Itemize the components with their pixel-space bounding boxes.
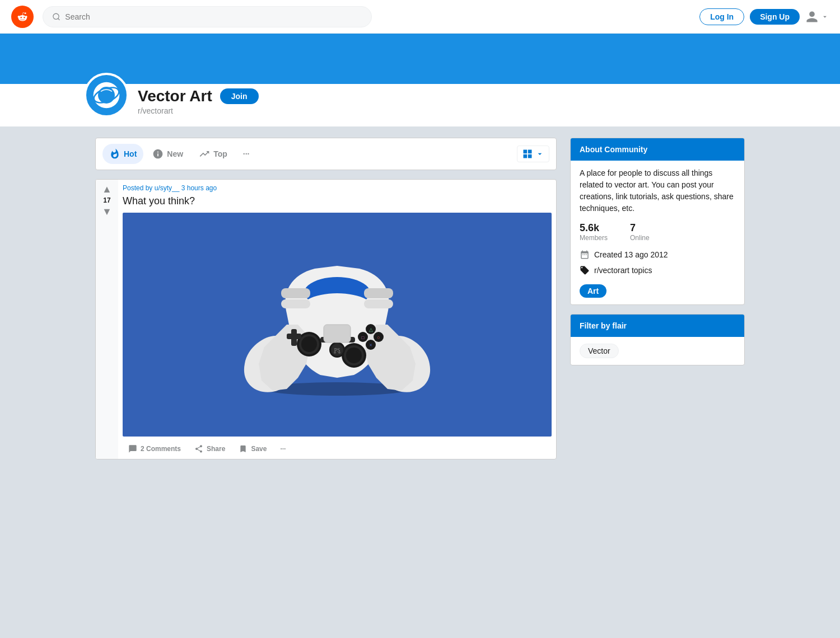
svg-rect-18 <box>287 334 301 339</box>
community-info: Vector Art Join r/vectorart <box>138 87 259 118</box>
filter-flair-body: Vector <box>571 337 744 365</box>
share-button[interactable]: Share <box>189 441 231 457</box>
downvote-button[interactable]: ▼ <box>102 207 112 217</box>
about-community-header: About Community <box>571 138 744 161</box>
community-slug: r/vectorart <box>138 106 259 115</box>
online-stat: 7 Online <box>630 222 650 242</box>
comment-icon <box>128 444 137 453</box>
svg-text:○: ○ <box>377 335 380 340</box>
sort-bar: Hot New Top ··· <box>95 138 557 170</box>
members-label: Members <box>580 234 608 242</box>
svg-rect-36 <box>281 288 310 298</box>
save-label: Save <box>251 445 267 453</box>
sort-top-button[interactable]: Top <box>192 144 234 164</box>
more-label: ··· <box>280 445 286 453</box>
main-content: Hot New Top ··· <box>84 126 756 471</box>
members-stat: 5.6k Members <box>580 222 608 242</box>
created-label: Created 13 ago 2012 <box>594 250 668 259</box>
posted-by-label: Posted by <box>123 184 152 192</box>
controller-svg: △ ○ × □ <box>231 246 444 403</box>
post-author[interactable]: u/syty__ <box>155 184 180 192</box>
online-label: Online <box>630 234 650 242</box>
sort-hot-button[interactable]: Hot <box>102 144 143 164</box>
view-toggle[interactable] <box>517 146 549 162</box>
post-meta: Posted by u/syty__ 3 hours ago <box>123 184 552 192</box>
sort-hot-label: Hot <box>124 149 137 158</box>
svg-text:×: × <box>369 342 372 348</box>
created-row: Created 13 ago 2012 <box>580 250 735 260</box>
sort-top-label: Top <box>213 149 227 158</box>
flame-icon <box>109 148 120 160</box>
post-title: What you think? <box>123 195 552 207</box>
members-count: 5.6k <box>580 222 608 234</box>
svg-rect-37 <box>364 299 393 308</box>
user-icon <box>805 10 819 24</box>
search-icon <box>52 12 60 21</box>
community-banner <box>0 34 840 84</box>
chevron-down-icon <box>821 13 829 21</box>
post-image: △ ○ × □ <box>123 213 552 437</box>
share-label: Share <box>207 445 225 453</box>
svg-rect-6 <box>524 150 528 154</box>
svg-line-2 <box>58 18 60 20</box>
online-count: 7 <box>630 222 650 234</box>
svg-rect-8 <box>524 154 528 158</box>
search-input[interactable] <box>65 12 362 21</box>
sort-more-button[interactable]: ··· <box>236 145 256 163</box>
save-icon <box>239 444 248 453</box>
sort-more-label: ··· <box>243 149 250 158</box>
more-button[interactable]: ··· <box>274 442 291 456</box>
sort-new-label: New <box>167 149 183 158</box>
stats-row: 5.6k Members 7 Online <box>580 222 735 242</box>
save-button[interactable]: Save <box>233 441 272 457</box>
community-logo <box>92 81 120 109</box>
vector-flair-tag[interactable]: Vector <box>580 344 619 358</box>
community-name: Vector Art Join <box>138 87 259 105</box>
header: Log In Sign Up <box>0 0 840 34</box>
signup-button[interactable]: Sign Up <box>750 9 800 25</box>
feed-section: Hot New Top ··· <box>95 138 557 459</box>
about-community-body: A place for people to discuss all things… <box>571 161 744 304</box>
filter-flair-header: Filter by flair <box>571 315 744 337</box>
header-actions: Log In Sign Up <box>699 8 829 25</box>
tag-icon <box>580 265 590 275</box>
post-card: ▲ 17 ▼ Posted by u/syty__ 3 hours ago Wh… <box>95 179 557 459</box>
vote-column: ▲ 17 ▼ <box>96 180 118 459</box>
reddit-logo[interactable] <box>11 6 34 28</box>
new-icon <box>152 148 164 160</box>
upvote-button[interactable]: ▲ <box>102 184 112 194</box>
sidebar: About Community A place for people to di… <box>570 138 745 459</box>
view-icon <box>522 148 533 160</box>
svg-point-33 <box>334 351 336 354</box>
post-body: Posted by u/syty__ 3 hours ago What you … <box>118 180 556 459</box>
search-bar[interactable] <box>43 6 372 27</box>
topics-row: r/vectorart topics <box>580 265 735 275</box>
comments-label: 2 Comments <box>141 445 181 453</box>
post-actions: 2 Comments Share Save ··· <box>123 437 552 459</box>
svg-point-16 <box>346 348 362 363</box>
art-tag[interactable]: Art <box>580 284 606 298</box>
svg-point-1 <box>53 13 59 19</box>
topics-label: r/vectorart topics <box>594 266 652 275</box>
top-icon <box>199 148 210 160</box>
join-button[interactable]: Join <box>220 88 259 104</box>
svg-point-13 <box>301 336 317 352</box>
post-time: 3 hours ago <box>181 184 217 192</box>
login-button[interactable]: Log In <box>699 8 744 25</box>
svg-rect-38 <box>364 288 393 298</box>
svg-rect-32 <box>324 325 351 343</box>
about-community-card: About Community A place for people to di… <box>570 138 745 305</box>
svg-text:□: □ <box>362 335 365 340</box>
comments-button[interactable]: 2 Comments <box>123 441 186 457</box>
svg-rect-7 <box>528 150 532 154</box>
calendar-icon <box>580 250 590 260</box>
share-icon <box>194 444 203 453</box>
vote-count: 17 <box>103 196 110 204</box>
sort-dropdown-icon <box>535 149 544 158</box>
sort-new-button[interactable]: New <box>146 144 190 164</box>
community-description: A place for people to discuss all things… <box>580 167 735 214</box>
community-icon <box>84 73 129 118</box>
user-menu[interactable] <box>805 10 829 24</box>
svg-rect-35 <box>281 299 310 308</box>
svg-text:△: △ <box>369 327 373 332</box>
